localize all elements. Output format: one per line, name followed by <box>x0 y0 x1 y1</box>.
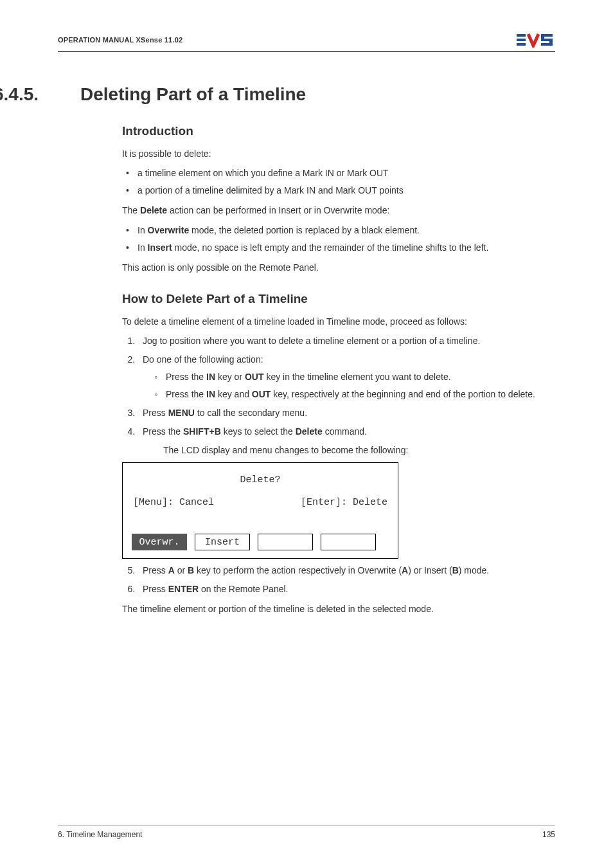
lcd-button-row: Overwr. Insert <box>132 534 389 550</box>
evs-logo <box>517 32 555 48</box>
step: Press A or B key to perform the action r… <box>138 564 552 577</box>
intro-remote-note: This action is only possible on the Remo… <box>122 261 552 274</box>
footer-page-number: 135 <box>542 830 555 839</box>
substep: Press the IN key or OUT key in the timel… <box>150 370 552 384</box>
mode-bullet-list: In Overwrite mode, the deleted portion i… <box>122 224 552 255</box>
header-title: OPERATION MANUAL XSense 11.02 <box>58 36 182 44</box>
substep-list: Press the IN key or OUT key in the timel… <box>143 370 552 401</box>
intro-bullet-list: a timeline element on which you define a… <box>122 167 552 197</box>
intro-bullet: a timeline element on which you define a… <box>122 167 552 180</box>
section-heading: 6.4.5. Deleting Part of a Timeline <box>0 84 555 105</box>
intro-delete-modes: The Delete action can be performed in In… <box>122 204 552 217</box>
lcd-title: Delete? <box>132 475 389 485</box>
svg-rect-2 <box>517 43 526 46</box>
svg-rect-0 <box>517 34 526 37</box>
intro-lead: It is possible to delete: <box>122 147 552 160</box>
footer-chapter: 6. Timeline Management <box>58 830 142 839</box>
step-note: The LCD display and menu changes to beco… <box>163 444 552 457</box>
lcd-insert-button[interactable]: Insert <box>195 534 250 550</box>
svg-rect-1 <box>517 39 526 41</box>
lcd-menu-cancel: [Menu]: Cancel <box>133 497 214 508</box>
substep: Press the IN key and OUT key, respective… <box>150 388 552 401</box>
lcd-enter-delete: [Enter]: Delete <box>301 497 387 508</box>
page-footer: 6. Timeline Management 135 <box>58 826 555 839</box>
closing-paragraph: The timeline element or portion of the t… <box>122 602 552 615</box>
step: Jog to position where you want to delete… <box>138 334 552 348</box>
step: Press ENTER on the Remote Panel. <box>138 583 552 596</box>
section-title: Deleting Part of a Timeline <box>80 84 306 105</box>
intro-heading: Introduction <box>122 124 552 138</box>
mode-bullet: In Overwrite mode, the deleted portion i… <box>122 224 552 237</box>
lcd-empty-button[interactable] <box>258 534 313 550</box>
howto-lead: To delete a timeline element of a timeli… <box>122 315 552 328</box>
step: Press MENU to call the secondary menu. <box>138 406 552 420</box>
lcd-prompt-row: [Menu]: Cancel [Enter]: Delete <box>132 497 389 508</box>
howto-heading: How to Delete Part of a Timeline <box>122 292 552 306</box>
steps-list: Jog to position where you want to delete… <box>122 334 552 457</box>
lcd-overwrite-button[interactable]: Overwr. <box>132 534 187 550</box>
lcd-empty-button[interactable] <box>321 534 376 550</box>
svg-rect-7 <box>541 43 553 46</box>
steps-list-cont: Press A or B key to perform the action r… <box>122 564 552 596</box>
section-number: 6.4.5. <box>0 84 80 105</box>
lcd-display: Delete? [Menu]: Cancel [Enter]: Delete O… <box>122 462 398 559</box>
page-header: OPERATION MANUAL XSense 11.02 <box>58 32 555 52</box>
step: Do one of the following action: Press th… <box>138 353 552 401</box>
intro-bullet: a portion of a timeline delimited by a M… <box>122 184 552 197</box>
mode-bullet: In Insert mode, no space is left empty a… <box>122 241 552 255</box>
step: Press the SHIFT+B keys to select the Del… <box>138 425 552 457</box>
